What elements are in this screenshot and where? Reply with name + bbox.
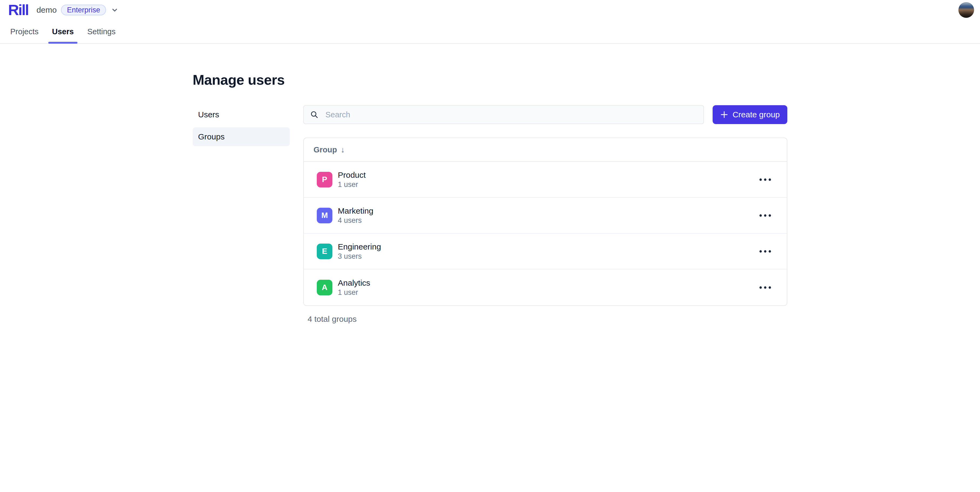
ellipsis-icon	[759, 214, 771, 217]
group-name: Analytics	[338, 278, 370, 287]
ellipsis-icon	[759, 250, 771, 253]
group-initial: A	[322, 283, 328, 292]
group-row[interactable]: M Marketing 4 users	[304, 198, 787, 233]
search-box	[303, 105, 704, 124]
primary-tabs: Projects Users Settings	[0, 20, 980, 43]
org-switcher[interactable]: demo Enterprise	[37, 5, 119, 15]
group-row[interactable]: P Product 1 user	[304, 162, 787, 198]
group-actions-menu-button[interactable]	[757, 171, 774, 188]
column-header-label: Group	[313, 145, 337, 154]
groups-table: Group ↓ P Product 1 user M Marketing 4 u…	[303, 138, 788, 306]
create-group-label: Create group	[733, 110, 780, 119]
sort-descending-icon: ↓	[341, 145, 345, 154]
page-title: Manage users	[192, 72, 788, 88]
group-actions-menu-button[interactable]	[757, 208, 774, 224]
chevron-down-icon	[110, 6, 119, 14]
group-member-count: 4 users	[338, 217, 374, 225]
group-avatar: A	[317, 280, 332, 295]
group-info: Analytics 1 user	[338, 278, 370, 297]
group-avatar: M	[317, 208, 332, 223]
group-avatar: E	[317, 244, 332, 259]
groups-table-body: P Product 1 user M Marketing 4 users E	[304, 162, 787, 305]
group-name: Marketing	[338, 206, 374, 215]
groups-toolbar: Create group	[303, 105, 788, 124]
group-row[interactable]: A Analytics 1 user	[304, 270, 787, 305]
settings-sidebar: Users Groups	[192, 105, 290, 146]
group-initial: M	[321, 211, 328, 220]
group-info: Product 1 user	[338, 170, 366, 189]
groups-panel: Create group Group ↓ P Product 1 user	[303, 105, 788, 324]
group-member-count: 3 users	[338, 252, 381, 260]
group-row[interactable]: E Engineering 3 users	[304, 233, 787, 270]
group-name: Product	[338, 170, 366, 179]
group-initial: E	[322, 247, 327, 256]
tab-projects[interactable]: Projects	[6, 20, 42, 43]
group-member-count: 1 user	[338, 181, 366, 189]
top-navigation-bar: Rill demo Enterprise Projects Users Sett…	[0, 0, 980, 44]
group-avatar: P	[317, 172, 332, 187]
search-input[interactable]	[325, 110, 697, 119]
tab-users[interactable]: Users	[48, 20, 78, 43]
plan-badge: Enterprise	[61, 5, 106, 15]
org-name: demo	[37, 5, 57, 14]
group-name: Engineering	[338, 242, 381, 251]
create-group-button[interactable]: Create group	[713, 105, 788, 124]
group-actions-menu-button[interactable]	[757, 279, 774, 296]
plus-icon	[720, 111, 728, 119]
ellipsis-icon	[759, 286, 771, 289]
sidebar-item-users[interactable]: Users	[192, 105, 290, 124]
group-initial: P	[322, 175, 327, 184]
rill-logo[interactable]: Rill	[8, 2, 28, 17]
search-icon	[310, 110, 319, 119]
ellipsis-icon	[759, 178, 771, 181]
group-member-count: 1 user	[338, 289, 370, 297]
group-info: Engineering 3 users	[338, 242, 381, 260]
tab-settings[interactable]: Settings	[83, 20, 119, 43]
group-actions-menu-button[interactable]	[757, 243, 774, 259]
group-info: Marketing 4 users	[338, 206, 374, 225]
groups-column-header[interactable]: Group ↓	[304, 138, 787, 162]
manage-users-page: Manage users Users Groups	[192, 44, 788, 324]
user-avatar[interactable]	[958, 2, 974, 18]
groups-total-summary: 4 total groups	[308, 314, 788, 324]
sidebar-item-groups[interactable]: Groups	[192, 127, 290, 146]
